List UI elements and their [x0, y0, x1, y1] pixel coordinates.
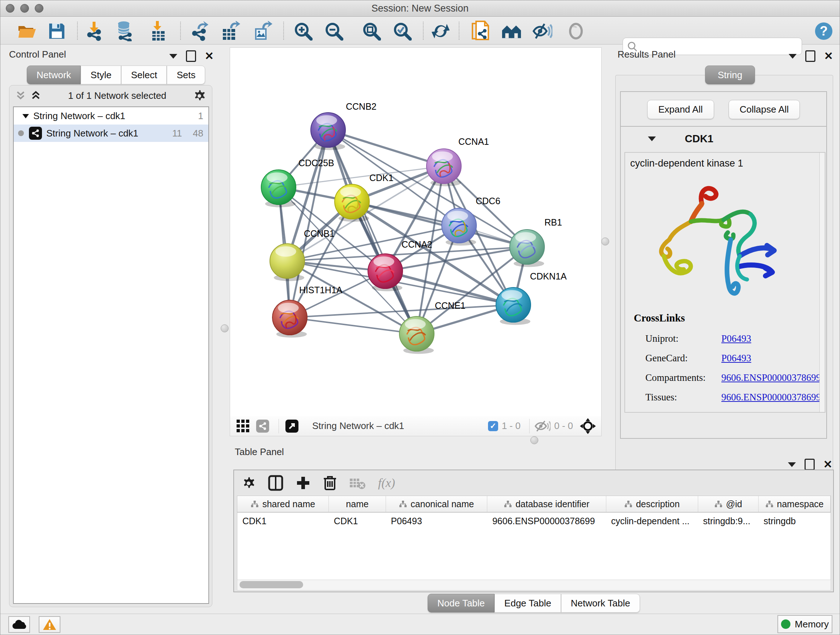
import-table-button[interactable] — [148, 21, 169, 41]
zoom-fit-button[interactable] — [362, 21, 382, 41]
tab-select[interactable]: Select — [121, 65, 167, 84]
gear-icon[interactable] — [193, 89, 206, 103]
node-RB1[interactable]: RB1 — [510, 217, 562, 267]
cloud-icon — [12, 619, 27, 630]
column-header-database-identifier[interactable]: database identifier — [487, 496, 606, 512]
right-splitter-grabber[interactable] — [601, 238, 609, 245]
show-all-button[interactable] — [566, 21, 586, 41]
control-panel-menu-caret-icon[interactable] — [169, 54, 177, 59]
column-header-shared-name[interactable]: shared name — [237, 496, 329, 512]
network-collection-row[interactable]: String Network – cdk1 1 — [14, 107, 208, 125]
entry-collapse-caret-icon[interactable] — [648, 136, 656, 141]
scrollbar-thumb[interactable] — [240, 581, 303, 588]
results-panel-float-icon[interactable] — [805, 50, 815, 62]
hidden-eye-icon[interactable] — [535, 420, 551, 432]
column-header-@id[interactable]: @id — [698, 496, 758, 512]
apply-layout-button[interactable] — [431, 21, 451, 41]
crosslink-link[interactable]: P06493 — [722, 333, 752, 344]
open-in-window-icon[interactable] — [286, 420, 298, 432]
tab-edge-table[interactable]: Edge Table — [494, 594, 561, 613]
fit-selected-crosshair-icon[interactable] — [579, 418, 596, 434]
tab-node-table[interactable]: Node Table — [428, 594, 494, 613]
cloud-status-button[interactable] — [8, 616, 30, 633]
svg-text:?: ? — [820, 24, 828, 38]
network-row-selected[interactable]: String Network – cdk1 11 48 — [14, 125, 208, 142]
node-label-CDC6: CDC6 — [476, 196, 500, 206]
expand-all-button[interactable]: Expand All — [647, 100, 714, 119]
zoom-selected-button[interactable] — [392, 21, 412, 41]
table-panel-menu-caret-icon[interactable] — [788, 462, 796, 467]
import-network-button[interactable] — [84, 21, 104, 41]
network-canvas[interactable]: CCNB2CCNA1CDC25BCDK1CDC6RB1CCNB1CCNA2CDK… — [230, 48, 602, 417]
first-neighbors-button[interactable] — [501, 21, 522, 41]
selected-checkbox-icon[interactable]: ✓ — [488, 421, 498, 431]
tab-string[interactable]: String — [705, 65, 755, 84]
table-row[interactable]: CDK1CDK1P064939606.ENSP00000378699cyclin… — [237, 512, 831, 529]
tab-network-table[interactable]: Network Table — [561, 594, 640, 613]
table-gear-icon[interactable] — [241, 476, 256, 490]
help-button[interactable]: ? — [813, 21, 834, 41]
tab-sets[interactable]: Sets — [167, 65, 205, 84]
warning-icon — [43, 618, 57, 631]
control-panel-float-icon[interactable] — [186, 50, 196, 62]
collapse-all-chevron-icon[interactable] — [14, 90, 27, 101]
string-results-body: Expand All Collapse All CDK1 cyclin-depe… — [615, 75, 833, 481]
tab-network[interactable]: Network — [27, 65, 81, 84]
zoom-out-button[interactable] — [324, 21, 344, 41]
selected-count: 1 - 0 — [502, 420, 521, 432]
open-session-button[interactable] — [17, 21, 37, 41]
memory-button[interactable]: Memory — [777, 615, 832, 633]
import-network-from-database-button[interactable] — [115, 21, 135, 41]
node-CCNE1[interactable]: CCNE1 — [399, 301, 466, 354]
warning-status-button[interactable] — [39, 616, 60, 633]
table-panel-close-icon[interactable]: ✕ — [823, 460, 832, 469]
network-view-share-icon[interactable] — [256, 420, 269, 432]
column-header-namespace[interactable]: namespace — [759, 496, 831, 512]
edge-HIST1H1A-CCNE1[interactable] — [290, 318, 417, 334]
hide-selected-button[interactable] — [532, 21, 553, 41]
delete-column-trash-icon[interactable] — [323, 475, 337, 491]
crosslink-link[interactable]: P06493 — [722, 353, 752, 364]
edge-CDK1-RB1[interactable] — [352, 202, 527, 247]
crosslink-link[interactable]: 9606.ENSP00000378699 — [722, 372, 821, 383]
table-panel-float-icon[interactable] — [805, 459, 815, 470]
expand-all-chevron-icon[interactable] — [30, 90, 42, 101]
node-CDKN1A[interactable]: CDKN1A — [496, 271, 567, 325]
export-image-button[interactable] — [253, 21, 273, 41]
export-table-button[interactable] — [221, 21, 241, 41]
birds-eye-view-icon[interactable] — [236, 419, 250, 433]
column-header-name[interactable]: name — [329, 496, 386, 512]
column-header-canonical-name[interactable]: canonical name — [386, 496, 487, 512]
node-CDK1[interactable]: CDK1 — [335, 173, 393, 222]
function-builder-button[interactable]: f(x) — [378, 476, 395, 490]
save-session-button[interactable] — [47, 21, 67, 41]
toolbar-separator — [180, 22, 181, 40]
crosslink-link[interactable]: 9606.ENSP00000378699 — [722, 392, 821, 403]
export-network-button[interactable] — [190, 21, 210, 41]
edge-CCNB2-CCNA1[interactable] — [328, 130, 444, 166]
results-scrollbar[interactable] — [819, 153, 824, 412]
show-columns-icon[interactable] — [268, 475, 283, 491]
node-HIST1H1A[interactable]: HIST1H1A — [272, 285, 343, 338]
table-horizontal-scrollbar[interactable] — [237, 580, 831, 591]
collapse-all-button[interactable]: Collapse All — [729, 100, 800, 119]
edge-CCNB2-CCNE1[interactable] — [328, 130, 417, 334]
delete-table-icon[interactable] — [349, 477, 366, 489]
new-network-from-selection-button[interactable] — [471, 21, 491, 41]
node-label-RB1: RB1 — [545, 217, 562, 227]
results-panel-close-icon[interactable]: ✕ — [824, 51, 833, 61]
zoom-in-icon — [294, 22, 313, 41]
tab-style[interactable]: Style — [81, 65, 121, 84]
create-column-plus-icon[interactable] — [295, 475, 311, 491]
control-panel-close-icon[interactable]: ✕ — [205, 51, 214, 61]
shared-column-icon — [399, 500, 407, 508]
zoom-in-button[interactable] — [293, 21, 313, 41]
results-panel-menu-caret-icon[interactable] — [789, 54, 797, 59]
column-header-description[interactable]: description — [606, 496, 698, 512]
node-CCNB1[interactable]: CCNB1 — [270, 228, 335, 281]
left-splitter-grabber[interactable] — [221, 325, 229, 333]
collection-expand-caret-icon[interactable] — [22, 112, 30, 119]
node-label-CDC25B: CDC25B — [298, 158, 334, 168]
crosslink-link[interactable]: P06493 — [722, 411, 752, 413]
edge-count: 48 — [193, 128, 203, 139]
